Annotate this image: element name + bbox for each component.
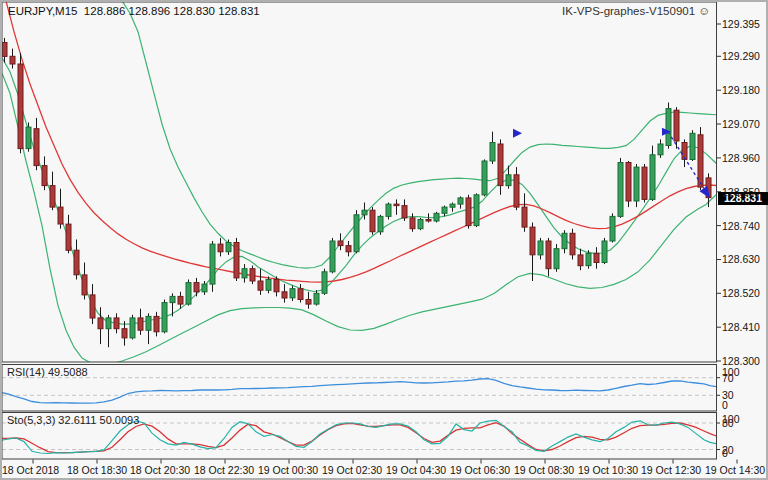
time-tick-label: 19 Oct 06:30 <box>450 464 510 476</box>
price-tick-label: 128.520 <box>722 287 760 299</box>
symbol-ohlc-readout: EURJPY,M15 128.886 128.896 128.830 128.8… <box>8 5 260 17</box>
time-tick-label: 19 Oct 14:30 <box>705 464 765 476</box>
rsi-tick-label: 70 <box>722 372 734 384</box>
price-tick-label: 129.070 <box>722 118 760 130</box>
price-tick-label: 128.410 <box>722 321 760 333</box>
time-tick-label: 19 Oct 08:30 <box>514 464 574 476</box>
rsi-tick-label: 0 <box>722 399 728 411</box>
time-tick-label: 19 Oct 04:30 <box>386 464 446 476</box>
time-tick-label: 18 Oct 22:30 <box>194 464 254 476</box>
time-tick-label: 19 Oct 10:30 <box>578 464 638 476</box>
price-tick-label: 129.395 <box>722 18 760 30</box>
price-tick-label: 128.850 <box>722 186 760 198</box>
watermark-label: IK-VPS-graphes-V150901 ☺ <box>562 5 710 17</box>
time-tick-label: 18 Oct 18:30 <box>67 464 127 476</box>
chart-canvas[interactable] <box>0 0 768 480</box>
time-tick-label: 19 Oct 12:30 <box>641 464 701 476</box>
price-tick-label: 129.290 <box>722 50 760 62</box>
stochastic-indicator-label: Sto(5,3,3) 32.6111 50.0093 <box>7 414 139 426</box>
time-tick-label: 19 Oct 00:30 <box>258 464 318 476</box>
time-tick-label: 18 Oct 2018 <box>2 464 59 476</box>
price-tick-label: 128.630 <box>722 253 760 265</box>
price-tick-label: 129.180 <box>722 84 760 96</box>
price-tick-label: 128.740 <box>722 220 760 232</box>
time-tick-label: 19 Oct 02:30 <box>322 464 382 476</box>
chart-window: EURJPY,M15 128.886 128.896 128.830 128.8… <box>0 0 768 480</box>
sto-tick-label: 0 <box>722 447 728 459</box>
time-tick-label: 18 Oct 20:30 <box>130 464 190 476</box>
rsi-indicator-label: RSI(14) 49.5088 <box>7 366 88 378</box>
price-tick-label: 128.960 <box>722 152 760 164</box>
sto-tick-label: 80 <box>722 417 734 429</box>
